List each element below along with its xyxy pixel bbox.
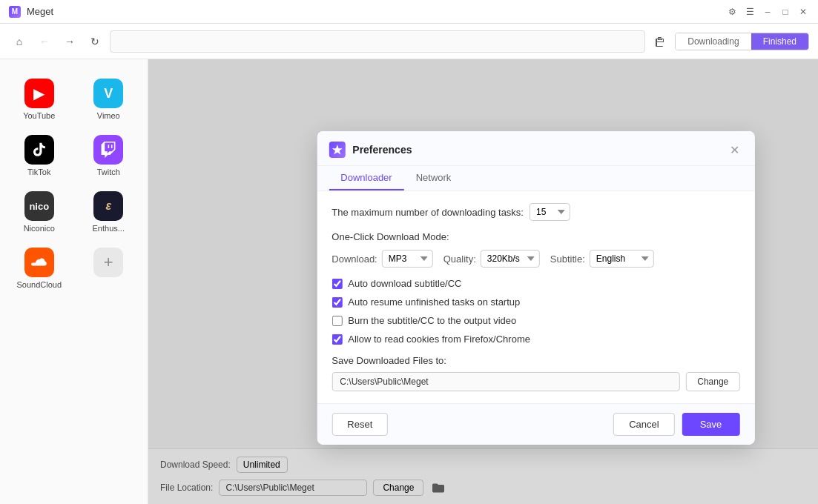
sidebar-item-tiktok[interactable]: TikTok (7, 130, 71, 181)
checkbox-burn-subtitle: Burn the subtitle/CC to the output video (332, 315, 739, 326)
dialog-close-button[interactable]: ✕ (726, 142, 742, 158)
subtitle-select[interactable]: English Auto None Japanese (590, 250, 654, 268)
dialog-icon (329, 142, 345, 158)
sidebar-section: ▶ YouTube V Vimeo TikTok Twitch ni (7, 74, 140, 294)
download-format-select[interactable]: MP3 MP4 WebM AAC (382, 250, 433, 268)
max-tasks-select[interactable]: 15 5 10 20 25 (530, 203, 570, 221)
read-cookies-label: Allow to read cookies from Firefox/Chrom… (348, 334, 530, 345)
finished-tab[interactable]: Finished (751, 33, 808, 50)
preferences-dialog: Preferences ✕ Downloader Network The max… (317, 131, 754, 445)
app-content: ▶ YouTube V Vimeo TikTok Twitch ni (0, 59, 818, 504)
menu-icon[interactable]: ☰ (744, 6, 756, 18)
dialog-title-bar: Preferences ✕ (317, 131, 754, 166)
dialog-title: Preferences (352, 144, 726, 156)
url-input[interactable] (110, 30, 645, 53)
tiktok-icon (24, 135, 54, 165)
toolbar: ⌂ ← → ↻ Downloading Finished (0, 24, 818, 59)
download-field: Download: MP3 MP4 WebM AAC (332, 250, 432, 268)
settings-icon[interactable]: ⚙ (726, 6, 738, 18)
twitch-label: Twitch (97, 168, 120, 176)
save-button[interactable]: Save (682, 413, 740, 436)
save-location-change-button[interactable]: Change (686, 372, 739, 391)
youtube-label: YouTube (23, 111, 55, 120)
download-tabs: Downloading Finished (675, 33, 809, 50)
auto-subtitle-checkbox[interactable] (332, 278, 342, 288)
dialog-footer: Reset Cancel Save (317, 403, 754, 445)
forward-button[interactable]: → (59, 31, 80, 52)
download-label: Download: (332, 253, 377, 264)
save-location-input[interactable] (332, 372, 680, 391)
save-location-row: Save Downloaded Files to: (332, 355, 739, 366)
tab-network[interactable]: Network (404, 166, 464, 190)
reload-button[interactable]: ↻ (85, 31, 105, 52)
save-location-input-row: Change (332, 372, 739, 391)
quality-label: Quality: (443, 253, 476, 264)
subtitle-field: Subtitle: English Auto None Japanese (550, 250, 654, 268)
auto-subtitle-label: Auto download subtitle/CC (348, 278, 461, 289)
tiktok-label: TikTok (27, 168, 50, 176)
max-tasks-row: The maximum number of downloading tasks:… (332, 203, 739, 221)
one-click-section-label: One-Click Download Mode: (332, 231, 739, 242)
soundcloud-label: SoundCloud (16, 280, 62, 289)
home-button[interactable]: ⌂ (9, 31, 30, 52)
enthusiast-icon: ε (93, 191, 123, 221)
vimeo-label: Vimeo (97, 111, 120, 120)
vimeo-icon: V (93, 79, 123, 108)
checkbox-auto-subtitle: Auto download subtitle/CC (332, 278, 739, 289)
auto-resume-label: Auto resume unfinished tasks on startup (348, 296, 520, 308)
max-tasks-label: The maximum number of downloading tasks: (332, 206, 524, 217)
checkbox-read-cookies: Allow to read cookies from Firefox/Chrom… (332, 334, 739, 345)
burn-subtitle-checkbox[interactable] (332, 315, 342, 325)
close-button[interactable]: ✕ (797, 6, 809, 18)
tab-downloader[interactable]: Downloader (329, 166, 403, 190)
sidebar-item-vimeo[interactable]: V Vimeo (77, 74, 141, 125)
sidebar-item-soundcloud[interactable]: SoundCloud (7, 243, 71, 294)
sidebar-item-enthusiast[interactable]: ε Enthus... (77, 187, 141, 237)
footer-right: Cancel Save (613, 413, 739, 436)
dialog-tabs: Downloader Network (317, 166, 754, 191)
one-click-row: Download: MP3 MP4 WebM AAC Quality: 128K… (332, 250, 739, 268)
subtitle-label: Subtitle: (550, 253, 585, 264)
main-area: Download Speed: Unlimited 1 MB/s 2 MB/s … (148, 59, 818, 504)
quality-field: Quality: 128Kb/s 192Kb/s 256Kb/s 320Kb/s (443, 250, 540, 268)
maximize-button[interactable]: □ (779, 6, 791, 18)
downloading-tab[interactable]: Downloading (676, 33, 751, 50)
quality-select[interactable]: 128Kb/s 192Kb/s 256Kb/s 320Kb/s (481, 250, 540, 268)
sidebar-item-youtube[interactable]: ▶ YouTube (7, 74, 71, 125)
dialog-body: The maximum number of downloading tasks:… (317, 191, 754, 403)
save-location-label: Save Downloaded Files to: (332, 355, 446, 366)
app-icon: M (9, 6, 21, 18)
paste-button[interactable] (650, 31, 670, 52)
reset-button[interactable]: Reset (332, 413, 388, 436)
sidebar-item-add[interactable]: + (77, 243, 141, 294)
youtube-icon: ▶ (24, 79, 54, 108)
burn-subtitle-label: Burn the subtitle/CC to the output video (348, 315, 516, 326)
minimize-button[interactable]: – (762, 6, 774, 18)
title-bar: M Meget ⚙ ☰ – □ ✕ (0, 0, 818, 24)
niconico-icon: nico (24, 191, 54, 221)
auto-resume-checkbox[interactable] (332, 296, 342, 307)
twitch-icon (93, 135, 123, 165)
window-controls: ⚙ ☰ – □ ✕ (726, 6, 809, 18)
sidebar-item-niconico[interactable]: nico Niconico (7, 187, 71, 237)
app-title: Meget (27, 6, 726, 17)
back-button[interactable]: ← (34, 31, 55, 52)
sidebar: ▶ YouTube V Vimeo TikTok Twitch ni (0, 59, 148, 504)
add-icon: + (93, 248, 123, 277)
soundcloud-icon (24, 248, 54, 277)
cancel-button[interactable]: Cancel (613, 413, 674, 436)
checkbox-auto-resume: Auto resume unfinished tasks on startup (332, 296, 739, 308)
read-cookies-checkbox[interactable] (332, 334, 342, 344)
sidebar-item-twitch[interactable]: Twitch (77, 130, 141, 181)
enthusiast-label: Enthus... (93, 224, 125, 233)
niconico-label: Niconico (24, 224, 55, 233)
